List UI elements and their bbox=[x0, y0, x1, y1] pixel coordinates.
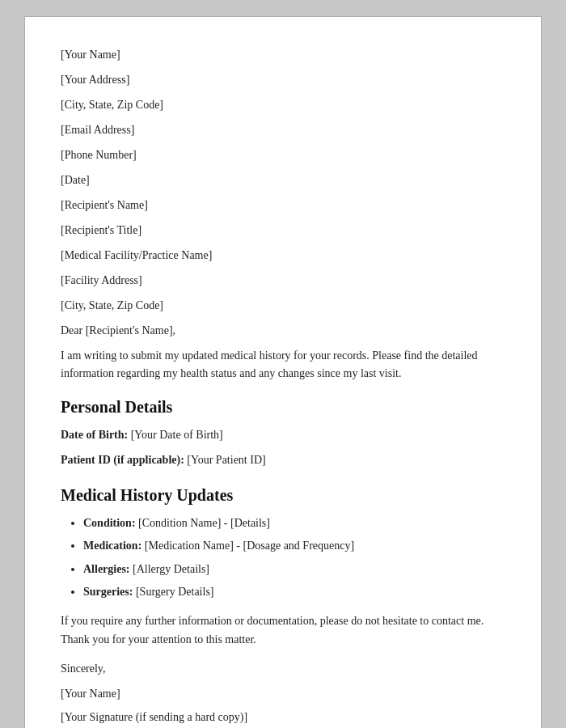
allergies-value: [Allergy Details] bbox=[133, 563, 209, 575]
signature-name: [Your Name] bbox=[61, 685, 505, 702]
patient-id-value: [Your Patient ID] bbox=[187, 454, 265, 466]
list-item: Allergies: [Allergy Details] bbox=[83, 561, 505, 578]
list-item: Medication: [Medication Name] - [Dosage … bbox=[83, 537, 505, 555]
sender-address: [Your Address] bbox=[61, 71, 505, 88]
surgeries-value: [Surgery Details] bbox=[136, 586, 214, 598]
intro-paragraph: I am writing to submit my updated medica… bbox=[61, 347, 505, 383]
personal-details-heading: Personal Details bbox=[61, 398, 505, 417]
letter-date: [Date] bbox=[61, 171, 505, 188]
dob-value: [Your Date of Birth] bbox=[131, 429, 223, 441]
facility-city-state-zip: [City, State, Zip Code] bbox=[61, 297, 505, 314]
sender-name: [Your Name] bbox=[61, 46, 505, 63]
surgeries-label: Surgeries: bbox=[83, 586, 133, 598]
signature-note: [Your Signature (if sending a hard copy)… bbox=[61, 709, 505, 726]
closing-paragraph: If you require any further information o… bbox=[61, 612, 505, 649]
list-item: Condition: [Condition Name] - [Details] bbox=[83, 514, 505, 532]
dob-label: Date of Birth: bbox=[61, 429, 128, 441]
signature-block: Sincerely, [Your Name] [Your Signature (… bbox=[61, 660, 505, 726]
recipient-name: [Recipient's Name] bbox=[61, 197, 505, 214]
medication-label: Medication: bbox=[83, 540, 142, 552]
medical-history-list: Condition: [Condition Name] - [Details] … bbox=[61, 514, 505, 602]
condition-label: Condition: bbox=[83, 517, 136, 529]
facility-name: [Medical Facility/Practice Name] bbox=[61, 247, 505, 264]
sign-off: Sincerely, bbox=[61, 660, 505, 677]
salutation: Dear [Recipient's Name], bbox=[61, 322, 505, 339]
document: [Your Name] [Your Address] [City, State,… bbox=[24, 16, 542, 728]
patient-id-line: Patient ID (if applicable): [Your Patien… bbox=[61, 451, 505, 468]
dob-line: Date of Birth: [Your Date of Birth] bbox=[61, 426, 505, 443]
recipient-title: [Recipient's Title] bbox=[61, 222, 505, 239]
list-item: Surgeries: [Surgery Details] bbox=[83, 583, 505, 601]
allergies-label: Allergies: bbox=[83, 563, 130, 575]
medication-value: [Medication Name] - [Dosage and Frequenc… bbox=[145, 540, 354, 552]
medical-history-heading: Medical History Updates bbox=[61, 486, 505, 505]
facility-address: [Facility Address] bbox=[61, 272, 505, 289]
sender-city-state-zip: [City, State, Zip Code] bbox=[61, 96, 505, 113]
patient-id-label: Patient ID (if applicable): bbox=[61, 454, 184, 466]
condition-value: [Condition Name] - [Details] bbox=[138, 517, 270, 529]
sender-phone: [Phone Number] bbox=[61, 146, 505, 163]
sender-email: [Email Address] bbox=[61, 121, 505, 138]
